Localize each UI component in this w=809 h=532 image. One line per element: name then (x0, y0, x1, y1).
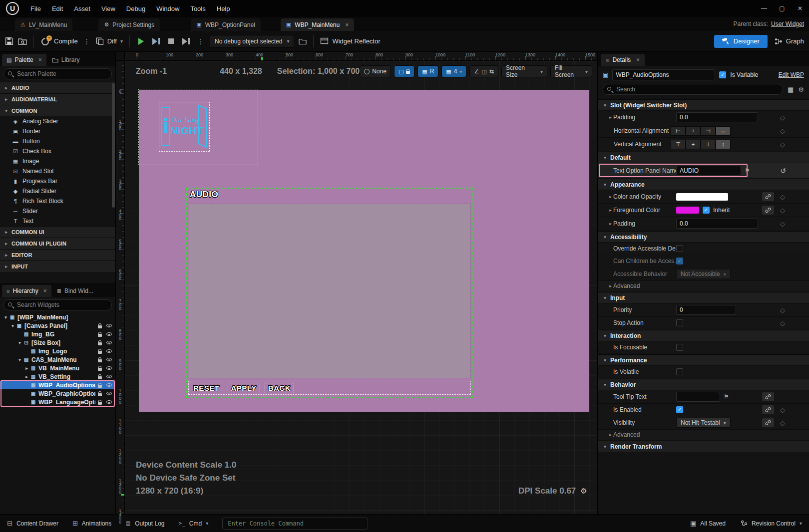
tab-bind-widgets[interactable]: ≣ Bind Wid... (52, 285, 98, 297)
browse-asset-button[interactable] (18, 37, 27, 45)
expand-arrow-icon[interactable]: ▾ (17, 357, 22, 362)
section-interaction[interactable]: ▾Interaction (598, 330, 809, 341)
tab-library[interactable]: Library (47, 54, 84, 66)
bind-chain-button[interactable] (762, 206, 774, 215)
eye-icon[interactable] (106, 341, 112, 344)
palette-item-progress-bar[interactable]: ▮Progress Bar (0, 176, 115, 186)
menu-window[interactable]: Window (151, 5, 185, 12)
wbp-audiooptions-widget[interactable]: AUDIO RESET APPLY BACK (186, 188, 473, 398)
palette-item-button[interactable]: ▬Button (0, 136, 115, 146)
reset-to-default-icon[interactable]: ◇ (780, 306, 785, 314)
bind-chain-button[interactable] (762, 392, 774, 401)
reset-to-default-icon[interactable]: ◇ (780, 406, 785, 414)
palette-item-rich-text-block[interactable]: ¶Rich Text Block (0, 196, 115, 206)
inherit-checkbox[interactable]: ✓ (703, 207, 710, 214)
section-performance[interactable]: ▾Performance (598, 354, 809, 365)
reset-button[interactable]: RESET (190, 383, 223, 393)
tab-close-icon[interactable]: × (636, 56, 640, 63)
all-saved-button[interactable]: ▣All Saved (690, 520, 726, 527)
halign-right-button[interactable]: ⊣ (701, 126, 716, 136)
palette-category-common-ui-plugin[interactable]: ▸COMMON UI PLUGIN (0, 238, 115, 249)
hierarchy-row-vb-setting[interactable]: ▸▥VB_Setting (0, 372, 115, 381)
palette-search-input[interactable] (3, 68, 112, 79)
expand-arrow-icon[interactable]: ▸ (24, 366, 29, 371)
gear-icon[interactable]: ⚙ (580, 487, 587, 496)
play-options-icon[interactable]: ⋮ (196, 37, 205, 45)
row-behavior-advanced[interactable]: ▸ Advanced (598, 429, 809, 440)
tool-tip-text-input[interactable] (676, 392, 720, 402)
children-accessible-checkbox[interactable]: ✓ (676, 258, 683, 265)
accessible-behavior-select[interactable]: Not Accessible▾ (676, 269, 731, 279)
reset-to-default-icon[interactable]: ◇ (780, 141, 785, 148)
halign-fill-button[interactable]: ↔ (716, 126, 731, 136)
graph-button[interactable]: Graph (775, 37, 804, 45)
menu-help[interactable]: Help (211, 5, 236, 12)
edit-wbp-link[interactable]: Edit WBP (779, 71, 804, 78)
designer-viewport[interactable]: Zoom -1 440 x 1,328 Selection: 1,000 x 7… (125, 61, 597, 514)
valign-top-button[interactable]: ⊤ (671, 140, 686, 149)
maximize-button[interactable]: ▢ (773, 0, 791, 17)
expand-arrow-icon[interactable]: ▾ (3, 315, 8, 320)
is-focusable-checkbox[interactable]: ✓ (676, 344, 683, 351)
valign-center-button[interactable]: + (686, 140, 701, 149)
lock-icon[interactable] (98, 334, 102, 337)
hierarchy-row-size-box[interactable]: ▾⊡[Size Box] (0, 338, 115, 347)
tab-wbp-mainmenu[interactable]: ▣ WBP_MainMenu × (281, 18, 354, 31)
is-volatile-checkbox[interactable]: ✓ (676, 368, 683, 375)
color-opacity-swatch[interactable] (676, 193, 728, 201)
override-accessible-checkbox[interactable]: ✓ (676, 245, 683, 252)
tab-close-icon[interactable]: × (345, 21, 349, 28)
revert-icon[interactable]: ↺ (780, 167, 786, 175)
stop-button[interactable] (166, 38, 176, 44)
section-input[interactable]: ▾Input (598, 292, 809, 303)
palette-item-image[interactable]: ▦Image (0, 156, 115, 166)
minimize-button[interactable]: — (755, 0, 773, 17)
chevron-right-icon[interactable]: ▸ (608, 208, 613, 213)
slot-padding-input[interactable] (676, 112, 758, 122)
palette-item-analog-slider[interactable]: ◈Analog Slider (0, 116, 115, 126)
audio-panel-content[interactable] (189, 204, 470, 378)
diff-button[interactable]: Diff ▾ (96, 37, 123, 45)
compile-options-icon[interactable]: ⋮ (82, 37, 91, 45)
hierarchy-row-canvas-panel[interactable]: ▾▦[Canvas Panel] (0, 321, 115, 330)
compile-button[interactable]: ? Compile (40, 37, 78, 46)
menu-file[interactable]: File (25, 5, 46, 12)
lock-icon[interactable] (98, 325, 102, 328)
palette-item-radial-slider[interactable]: ◆Radial Slider (0, 186, 115, 196)
lock-icon[interactable] (98, 402, 102, 405)
menu-edit[interactable]: Edit (46, 5, 68, 12)
parent-class-link[interactable]: User Widget (771, 20, 804, 27)
play-button[interactable] (136, 38, 146, 45)
console-command-input[interactable] (222, 518, 368, 530)
tab-lv-mainmenu[interactable]: ⚠ LV_MainMenu (15, 18, 72, 31)
palette-item-border[interactable]: ▣Border (0, 126, 115, 136)
bind-chain-button[interactable] (762, 192, 774, 201)
selection-lock-button[interactable]: ▢ (394, 65, 414, 77)
grid-snap-button[interactable]: ▦4▾ (441, 65, 466, 77)
section-accessibility[interactable]: ▾Accessibility (598, 231, 809, 242)
appearance-padding-input[interactable] (676, 219, 758, 229)
palette-item-slider[interactable]: ─Slider (0, 206, 115, 216)
screen-size-button[interactable]: Screen Size▾ (501, 65, 547, 77)
settings-gear-icon[interactable]: ⚙ (798, 86, 804, 93)
eye-icon[interactable] (106, 324, 112, 327)
palette-category-audio[interactable]: ▸AUDIO (0, 82, 115, 93)
bind-chain-button[interactable] (762, 418, 774, 427)
palette-category-input[interactable]: ▸INPUT (0, 261, 115, 272)
back-button[interactable]: BACK (265, 383, 294, 393)
eye-icon[interactable] (106, 366, 112, 370)
lock-icon[interactable] (98, 393, 102, 396)
hierarchy-row-wbp-mainmenu[interactable]: ▾▣[WBP_MainMenu] (0, 313, 115, 321)
logo-image-widget[interactable]: Our Long NIGHT (159, 102, 210, 152)
tab-project-settings[interactable]: ⚙ Project Settings (98, 18, 160, 31)
lock-icon[interactable] (98, 359, 102, 362)
lock-icon[interactable] (98, 385, 102, 388)
details-search-input[interactable] (603, 84, 783, 95)
hierarchy-row-wbp-graphicoptions[interactable]: ▣WBP_GraphicOptions (0, 389, 115, 398)
section-behavior[interactable]: ▾Behavior (598, 379, 809, 390)
hierarchy-row-vb-mainmenu[interactable]: ▸▥VB_MainMenu (0, 364, 115, 372)
tab-close-icon[interactable]: × (38, 56, 42, 63)
visibility-select[interactable]: Not Hit-Testabl▾ (676, 418, 731, 428)
fill-screen-button[interactable]: Fill Screen▾ (550, 65, 592, 77)
lock-icon[interactable] (98, 351, 102, 354)
